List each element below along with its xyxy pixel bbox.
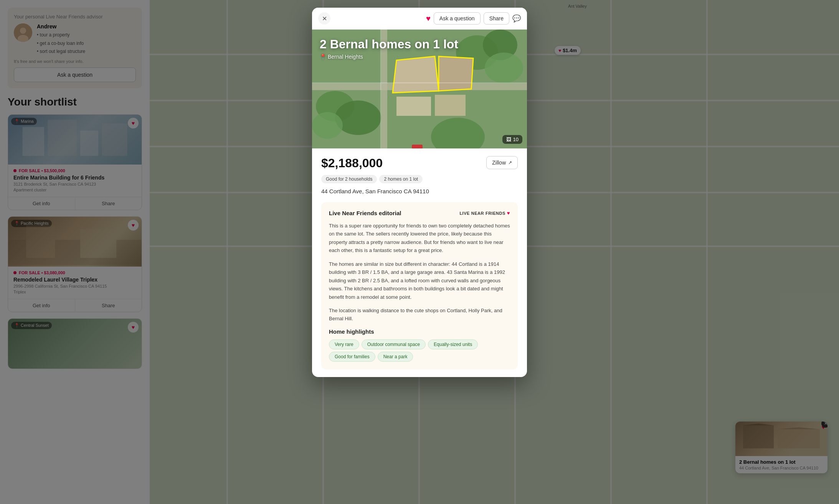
highlight-equal-units: Equally-sized units bbox=[428, 339, 478, 349]
modal-close-btn[interactable]: ✕ bbox=[318, 12, 330, 25]
tag-households: Good for 2 households bbox=[321, 175, 377, 183]
lnf-heart-icon: ♥ bbox=[507, 210, 510, 216]
lnf-logo-text: LIVE bbox=[459, 211, 469, 216]
svg-point-20 bbox=[485, 53, 523, 83]
modal-share-btn[interactable]: Share bbox=[484, 12, 509, 25]
highlights-title: Home highlights bbox=[329, 328, 510, 335]
external-link-icon: ↗ bbox=[508, 160, 512, 165]
photo-count: 10 bbox=[513, 137, 519, 142]
editorial-para-1: This is a super rare opportunity for fri… bbox=[329, 222, 510, 255]
photo-count-badge: 🖼 10 bbox=[502, 135, 522, 144]
modal-overlay[interactable]: ✕ ♥ Ask a question Share 💬 bbox=[0, 0, 839, 504]
price-row: $2,188,000 Zillow ↗ bbox=[321, 156, 518, 170]
property-price: $2,188,000 bbox=[321, 156, 383, 170]
svg-rect-28 bbox=[312, 82, 527, 83]
photo-icon: 🖼 bbox=[506, 137, 511, 142]
svg-point-16 bbox=[335, 100, 381, 135]
tag-homes: 2 homes on 1 lot bbox=[379, 175, 423, 183]
property-location: 📍 Bernal Heights bbox=[320, 54, 458, 60]
modal-ask-question-btn[interactable]: Ask a question bbox=[434, 12, 481, 25]
lnf-logo-friends: FRIENDS bbox=[486, 211, 505, 216]
highlight-very-rare: Very rare bbox=[329, 339, 359, 349]
highlights-tags: Very rare Outdoor communal space Equally… bbox=[329, 339, 510, 362]
svg-marker-24 bbox=[393, 56, 439, 93]
modal-chat-btn[interactable]: 💬 bbox=[512, 14, 521, 23]
editorial-title: Live Near Friends editorial bbox=[329, 210, 401, 216]
editorial-para-3: The location is walking distance to the … bbox=[329, 306, 510, 323]
modal-body: $2,188,000 Zillow ↗ Good for 2 household… bbox=[312, 148, 527, 377]
editorial-header: Live Near Friends editorial LIVE NEAR FR… bbox=[329, 210, 510, 216]
property-location-text: Bernal Heights bbox=[328, 54, 363, 60]
property-address: 44 Cortland Ave, San Francisco CA 94110 bbox=[321, 188, 518, 194]
property-title: 2 Bernal homes on 1 lot bbox=[320, 37, 458, 51]
location-pin-icon: 📍 bbox=[320, 54, 326, 60]
property-image: 2 Bernal homes on 1 lot 📍 Bernal Heights… bbox=[312, 30, 527, 148]
svg-point-17 bbox=[312, 112, 343, 139]
property-title-overlay: 2 Bernal homes on 1 lot 📍 Bernal Heights bbox=[320, 37, 458, 60]
modal: ✕ ♥ Ask a question Share 💬 bbox=[312, 8, 527, 377]
modal-header-actions: ♥ Ask a question Share 💬 bbox=[426, 12, 521, 25]
svg-rect-26 bbox=[396, 97, 431, 116]
svg-rect-27 bbox=[435, 95, 466, 116]
highlight-families: Good for families bbox=[329, 352, 375, 362]
tags-row: Good for 2 households 2 homes on 1 lot bbox=[321, 175, 518, 183]
editorial-para-2: The homes are similar in size but differ… bbox=[329, 260, 510, 301]
zillow-label: Zillow bbox=[492, 160, 506, 166]
modal-header-bar: ✕ ♥ Ask a question Share 💬 bbox=[312, 8, 527, 30]
modal-heart-btn[interactable]: ♥ bbox=[426, 14, 431, 23]
highlight-park: Near a park bbox=[378, 352, 413, 362]
svg-marker-25 bbox=[439, 56, 473, 91]
svg-rect-30 bbox=[412, 145, 423, 148]
lnf-logo-near: NEAR bbox=[471, 211, 484, 216]
zillow-button[interactable]: Zillow ↗ bbox=[486, 156, 518, 169]
editorial-section: Live Near Friends editorial LIVE NEAR FR… bbox=[321, 202, 518, 369]
highlight-outdoor: Outdoor communal space bbox=[362, 339, 426, 349]
lnf-logo: LIVE NEAR FRIENDS ♥ bbox=[459, 210, 510, 216]
